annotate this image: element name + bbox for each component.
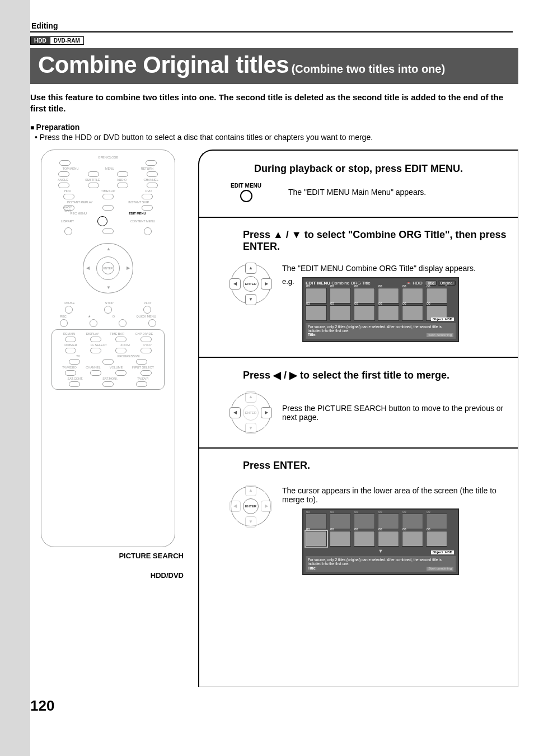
step-4-title: Press ENTER.	[243, 460, 508, 472]
dpad-icon-3: ▲▼ ◀▶ ENTER	[231, 486, 271, 526]
step-3-body: Press the PICTURE SEARCH button to move …	[282, 404, 508, 422]
dpad-icon: ▲▼ ◀▶ ENTER	[231, 264, 271, 304]
step-2-title: Press ▲ / ▼ to select "Combine ORG Title…	[243, 229, 508, 253]
page-title-bar: Combine Original titles (Combine two tit…	[30, 48, 518, 84]
edit-menu-button-label: EDIT MENU	[231, 183, 261, 189]
preparation-heading: Preparation	[30, 123, 518, 132]
dpad-icon-2: ▲▼ ◀▶ ENTER	[231, 393, 271, 433]
step-4-body: The cursor appears in the lower area of …	[282, 486, 508, 504]
page-number: 120	[30, 687, 518, 722]
remote-column: OPEN/CLOSE TOP MENUMENURETURN ANGLESUBTI…	[30, 150, 186, 580]
step-2-body: The "EDIT MENU Combine ORG Title" displa…	[282, 264, 508, 273]
steps-panel: During playback or stop, press EDIT MENU…	[198, 150, 518, 687]
eg-label: e.g.	[282, 277, 294, 286]
hdd-dvd-label: HDD/DVD	[30, 571, 186, 580]
picture-search-label: PICTURE SEARCH	[30, 552, 186, 560]
step-1-body: The "EDIT MENU Main Menu" appears.	[288, 188, 426, 197]
page-title: Combine Original titles	[38, 52, 289, 78]
section-label: Editing	[30, 0, 513, 32]
edit-menu-button-icon	[240, 190, 252, 202]
step-1-title: During playback or stop, press EDIT MENU…	[209, 163, 508, 175]
osd-cursor-area: ▼ Object :HDD For source, only 2 titles …	[302, 508, 459, 575]
page-subtitle: (Combine two titles into one)	[292, 63, 445, 75]
remote-illustration: OPEN/CLOSE TOP MENUMENURETURN ANGLESUBTI…	[41, 150, 175, 547]
osd-combine-org-title: EDIT MENU Combine ORG Title 📼 HDD TitleO…	[302, 277, 459, 342]
badge-hdd: HDD	[30, 36, 50, 45]
step-3-title: Press ◀ / ▶ to select the first title to…	[243, 369, 508, 381]
badge-dvd-ram: DVD-RAM	[50, 36, 84, 45]
intro-text: Use this feature to combine two titles i…	[30, 92, 518, 115]
preparation-body: Press the HDD or DVD button to select a …	[43, 133, 518, 142]
media-badges: HDDDVD-RAM	[30, 35, 518, 45]
